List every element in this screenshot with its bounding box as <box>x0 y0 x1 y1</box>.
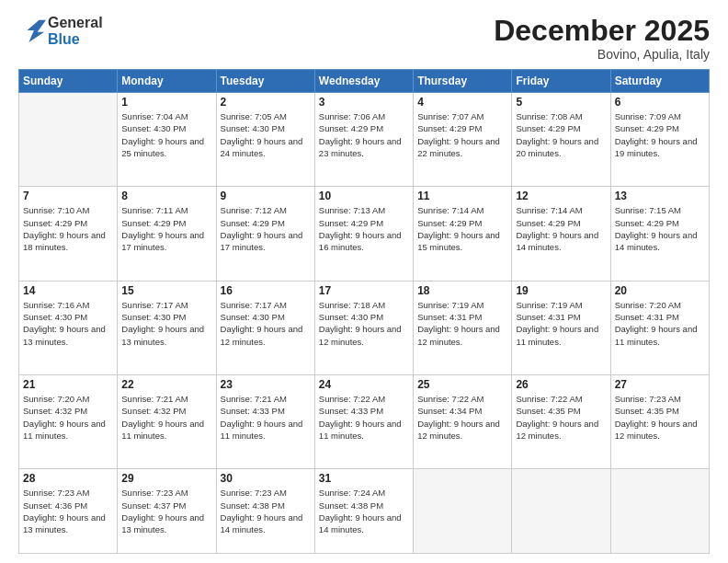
month-title: December 2025 <box>494 15 710 47</box>
day-number: 2 <box>221 96 311 109</box>
day-info: Sunrise: 7:23 AMSunset: 4:36 PMDaylight:… <box>23 487 113 535</box>
calendar-cell: 17Sunrise: 7:18 AMSunset: 4:30 PMDayligh… <box>314 281 413 374</box>
day-number: 24 <box>319 378 409 391</box>
calendar-cell: 23Sunrise: 7:21 AMSunset: 4:33 PMDayligh… <box>216 375 314 469</box>
day-number: 20 <box>615 284 705 297</box>
day-info: Sunrise: 7:18 AMSunset: 4:30 PMDaylight:… <box>319 299 409 348</box>
day-number: 19 <box>516 284 606 297</box>
calendar-cell: 14Sunrise: 7:16 AMSunset: 4:30 PMDayligh… <box>19 281 118 374</box>
calendar-cell <box>512 469 610 554</box>
day-number: 14 <box>23 284 113 297</box>
day-number: 12 <box>516 190 606 202</box>
day-number: 31 <box>319 472 409 485</box>
weekday-header-friday: Friday <box>512 70 610 93</box>
location: Bovino, Apulia, Italy <box>494 47 710 62</box>
day-info: Sunrise: 7:17 AMSunset: 4:30 PMDaylight:… <box>121 299 211 348</box>
day-info: Sunrise: 7:23 AMSunset: 4:37 PMDaylight:… <box>121 487 211 535</box>
day-info: Sunrise: 7:20 AMSunset: 4:32 PMDaylight:… <box>23 393 113 442</box>
day-info: Sunrise: 7:22 AMSunset: 4:35 PMDaylight:… <box>516 393 606 442</box>
day-info: Sunrise: 7:19 AMSunset: 4:31 PMDaylight:… <box>516 299 606 348</box>
svg-marker-0 <box>27 20 46 42</box>
day-number: 11 <box>417 190 507 202</box>
calendar-cell: 22Sunrise: 7:21 AMSunset: 4:32 PMDayligh… <box>118 375 216 469</box>
weekday-header-saturday: Saturday <box>610 70 709 93</box>
calendar-cell: 15Sunrise: 7:17 AMSunset: 4:30 PMDayligh… <box>118 281 216 374</box>
day-info: Sunrise: 7:23 AMSunset: 4:35 PMDaylight:… <box>615 393 705 442</box>
day-number: 6 <box>615 96 705 109</box>
day-info: Sunrise: 7:13 AMSunset: 4:29 PMDaylight:… <box>319 204 409 253</box>
day-info: Sunrise: 7:10 AMSunset: 4:29 PMDaylight:… <box>23 204 113 253</box>
day-info: Sunrise: 7:08 AMSunset: 4:29 PMDaylight:… <box>516 110 606 159</box>
calendar-cell: 24Sunrise: 7:22 AMSunset: 4:33 PMDayligh… <box>314 375 413 469</box>
calendar-cell: 10Sunrise: 7:13 AMSunset: 4:29 PMDayligh… <box>314 187 413 281</box>
calendar-cell: 29Sunrise: 7:23 AMSunset: 4:37 PMDayligh… <box>118 469 216 554</box>
calendar-week-row: 14Sunrise: 7:16 AMSunset: 4:30 PMDayligh… <box>19 281 710 374</box>
day-info: Sunrise: 7:05 AMSunset: 4:30 PMDaylight:… <box>221 110 311 159</box>
title-block: December 2025 Bovino, Apulia, Italy <box>494 15 710 62</box>
page: General Blue December 2025 Bovino, Apuli… <box>0 0 728 563</box>
calendar-cell: 2Sunrise: 7:05 AMSunset: 4:30 PMDaylight… <box>216 93 314 187</box>
day-info: Sunrise: 7:19 AMSunset: 4:31 PMDaylight:… <box>417 299 507 348</box>
day-info: Sunrise: 7:14 AMSunset: 4:29 PMDaylight:… <box>417 204 507 253</box>
day-info: Sunrise: 7:04 AMSunset: 4:30 PMDaylight:… <box>121 110 211 159</box>
logo-blue: Blue <box>48 31 103 48</box>
weekday-header-monday: Monday <box>118 70 216 93</box>
day-info: Sunrise: 7:17 AMSunset: 4:30 PMDaylight:… <box>221 299 311 348</box>
day-info: Sunrise: 7:07 AMSunset: 4:29 PMDaylight:… <box>417 110 507 159</box>
day-info: Sunrise: 7:22 AMSunset: 4:34 PMDaylight:… <box>417 393 507 442</box>
day-info: Sunrise: 7:15 AMSunset: 4:29 PMDaylight:… <box>615 204 705 253</box>
day-number: 7 <box>23 190 113 202</box>
calendar-week-row: 21Sunrise: 7:20 AMSunset: 4:32 PMDayligh… <box>19 375 710 469</box>
day-info: Sunrise: 7:11 AMSunset: 4:29 PMDaylight:… <box>121 204 211 253</box>
calendar-cell: 25Sunrise: 7:22 AMSunset: 4:34 PMDayligh… <box>414 375 512 469</box>
calendar-cell: 1Sunrise: 7:04 AMSunset: 4:30 PMDaylight… <box>118 93 216 187</box>
day-info: Sunrise: 7:14 AMSunset: 4:29 PMDaylight:… <box>516 204 606 253</box>
calendar-cell: 3Sunrise: 7:06 AMSunset: 4:29 PMDaylight… <box>314 93 413 187</box>
calendar-cell: 11Sunrise: 7:14 AMSunset: 4:29 PMDayligh… <box>414 187 512 281</box>
day-number: 25 <box>417 378 507 391</box>
calendar-cell: 30Sunrise: 7:23 AMSunset: 4:38 PMDayligh… <box>216 469 314 554</box>
day-number: 23 <box>221 378 311 391</box>
day-number: 3 <box>319 96 409 109</box>
day-number: 17 <box>319 284 409 297</box>
day-number: 4 <box>417 96 507 109</box>
day-number: 10 <box>319 190 409 202</box>
day-info: Sunrise: 7:06 AMSunset: 4:29 PMDaylight:… <box>319 110 409 159</box>
calendar-week-row: 7Sunrise: 7:10 AMSunset: 4:29 PMDaylight… <box>19 187 710 281</box>
calendar-cell <box>610 469 709 554</box>
day-number: 22 <box>121 378 211 391</box>
logo: General Blue <box>18 15 103 49</box>
day-info: Sunrise: 7:24 AMSunset: 4:38 PMDaylight:… <box>319 487 409 535</box>
calendar-cell: 18Sunrise: 7:19 AMSunset: 4:31 PMDayligh… <box>414 281 512 374</box>
header: General Blue December 2025 Bovino, Apuli… <box>18 15 710 62</box>
day-info: Sunrise: 7:16 AMSunset: 4:30 PMDaylight:… <box>23 299 113 348</box>
calendar-week-row: 28Sunrise: 7:23 AMSunset: 4:36 PMDayligh… <box>19 469 710 554</box>
calendar-cell: 19Sunrise: 7:19 AMSunset: 4:31 PMDayligh… <box>512 281 610 374</box>
day-number: 28 <box>23 472 113 485</box>
calendar-cell: 20Sunrise: 7:20 AMSunset: 4:31 PMDayligh… <box>610 281 709 374</box>
calendar-cell: 12Sunrise: 7:14 AMSunset: 4:29 PMDayligh… <box>512 187 610 281</box>
day-number: 26 <box>516 378 606 391</box>
calendar-cell: 7Sunrise: 7:10 AMSunset: 4:29 PMDaylight… <box>19 187 118 281</box>
calendar-cell: 26Sunrise: 7:22 AMSunset: 4:35 PMDayligh… <box>512 375 610 469</box>
logo-icon <box>20 17 46 42</box>
calendar-cell: 21Sunrise: 7:20 AMSunset: 4:32 PMDayligh… <box>19 375 118 469</box>
calendar-cell: 31Sunrise: 7:24 AMSunset: 4:38 PMDayligh… <box>314 469 413 554</box>
day-info: Sunrise: 7:21 AMSunset: 4:33 PMDaylight:… <box>221 393 311 442</box>
day-number: 15 <box>121 284 211 297</box>
day-number: 9 <box>221 190 311 202</box>
calendar-cell: 8Sunrise: 7:11 AMSunset: 4:29 PMDaylight… <box>118 187 216 281</box>
day-number: 13 <box>615 190 705 202</box>
calendar-cell: 13Sunrise: 7:15 AMSunset: 4:29 PMDayligh… <box>610 187 709 281</box>
day-info: Sunrise: 7:23 AMSunset: 4:38 PMDaylight:… <box>221 487 311 535</box>
day-info: Sunrise: 7:20 AMSunset: 4:31 PMDaylight:… <box>615 299 705 348</box>
calendar-table: SundayMondayTuesdayWednesdayThursdayFrid… <box>18 69 710 554</box>
day-number: 1 <box>121 96 211 109</box>
day-number: 30 <box>221 472 311 485</box>
weekday-header-sunday: Sunday <box>19 70 118 93</box>
calendar-cell: 9Sunrise: 7:12 AMSunset: 4:29 PMDaylight… <box>216 187 314 281</box>
calendar-cell: 5Sunrise: 7:08 AMSunset: 4:29 PMDaylight… <box>512 93 610 187</box>
day-number: 8 <box>121 190 211 202</box>
weekday-header-row: SundayMondayTuesdayWednesdayThursdayFrid… <box>19 70 710 93</box>
day-number: 5 <box>516 96 606 109</box>
